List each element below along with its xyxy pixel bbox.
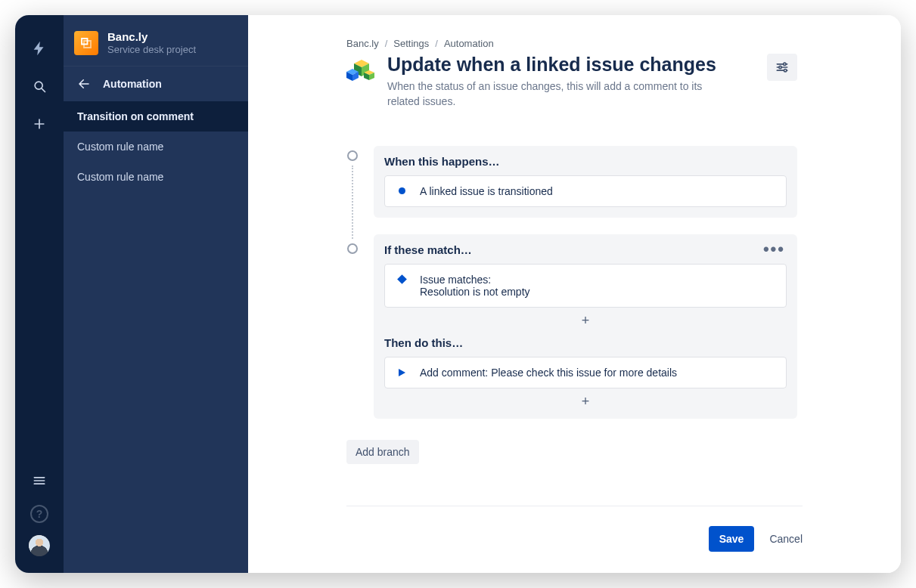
- project-type: Service desk project: [107, 44, 196, 55]
- trigger-text: A linked issue is transitioned: [420, 185, 553, 197]
- trigger-marker-icon: [399, 187, 405, 194]
- add-branch-label: Add branch: [356, 446, 410, 458]
- global-sidebar: ?: [15, 15, 64, 573]
- action-text: Add comment: Please check this issue for…: [420, 367, 677, 379]
- add-action-button[interactable]: +: [384, 388, 787, 408]
- svg-point-11: [784, 63, 786, 65]
- back-to-automation[interactable]: Automation: [64, 66, 248, 101]
- sliders-icon: [775, 60, 790, 75]
- rule-builder: When this happens… A linked issue is tra…: [346, 146, 797, 464]
- trigger-heading: When this happens…: [384, 155, 500, 168]
- rule-item-0[interactable]: Transition on comment: [64, 101, 248, 132]
- crumb-settings[interactable]: Settings: [393, 38, 429, 49]
- timeline-node: [347, 243, 358, 254]
- global-create[interactable]: [26, 110, 53, 138]
- condition-block: If these match… ••• Issue matches: Resol…: [374, 234, 797, 419]
- trigger-card[interactable]: A linked issue is transitioned: [384, 175, 787, 207]
- app-logo[interactable]: [26, 35, 53, 62]
- page-header: Update when a linked issue changes When …: [346, 54, 797, 110]
- rule-label: Transition on comment: [77, 110, 194, 122]
- project-header: Banc.ly Service desk project: [64, 15, 248, 66]
- project-name: Banc.ly: [107, 30, 196, 43]
- footer-actions: Save Cancel: [346, 506, 803, 552]
- timeline-node: [347, 150, 358, 161]
- lightning-icon: [31, 40, 48, 57]
- crumb-automation[interactable]: Automation: [444, 38, 494, 49]
- action-card[interactable]: Add comment: Please check this issue for…: [384, 357, 787, 388]
- condition-heading: If these match…: [384, 243, 472, 256]
- project-sidebar: Banc.ly Service desk project Automation …: [64, 15, 248, 573]
- svg-point-0: [35, 82, 42, 89]
- condition-line1: Issue matches:: [420, 274, 530, 286]
- crumb-project[interactable]: Banc.ly: [346, 38, 379, 49]
- arrow-left-icon: [77, 77, 91, 91]
- back-label: Automation: [103, 78, 162, 90]
- rule-settings-button[interactable]: [767, 54, 797, 81]
- rule-icon: [346, 55, 377, 85]
- crumb-sep: /: [433, 38, 439, 49]
- help-glyph: ?: [36, 508, 43, 520]
- cancel-label: Cancel: [769, 533, 803, 545]
- save-button[interactable]: Save: [709, 526, 755, 552]
- breadcrumb: Banc.ly / Settings / Automation: [346, 38, 797, 49]
- cancel-button[interactable]: Cancel: [769, 533, 803, 545]
- rule-label: Custom rule name: [77, 141, 163, 153]
- global-menu[interactable]: [26, 467, 53, 494]
- plus-icon: [32, 116, 47, 132]
- rule-item-2[interactable]: Custom rule name: [64, 162, 248, 192]
- add-condition-button[interactable]: +: [384, 308, 787, 327]
- menu-icon: [32, 473, 47, 488]
- project-logo: [74, 31, 98, 55]
- search-icon: [32, 79, 47, 94]
- trigger-block: When this happens… A linked issue is tra…: [374, 146, 797, 218]
- timeline: [346, 146, 359, 419]
- global-search[interactable]: [26, 73, 53, 100]
- save-label: Save: [719, 533, 744, 545]
- global-help[interactable]: ?: [30, 505, 48, 523]
- timeline-connector: [352, 166, 353, 239]
- action-marker-icon: [399, 369, 405, 376]
- svg-point-12: [779, 66, 781, 68]
- condition-line2: Resolution is not empty: [420, 286, 530, 298]
- rule-label: Custom rule name: [77, 171, 163, 183]
- svg-line-1: [42, 88, 45, 91]
- condition-card[interactable]: Issue matches: Resolution is not empty: [384, 264, 787, 308]
- action-heading: Then do this…: [384, 336, 463, 349]
- app-frame: ? Banc.ly Service desk project Automatio…: [15, 15, 901, 573]
- crumb-sep: /: [383, 38, 390, 49]
- condition-marker-icon: [397, 274, 407, 284]
- add-branch-button[interactable]: Add branch: [346, 440, 419, 464]
- main-content: Banc.ly / Settings / Automation: [248, 15, 901, 573]
- rule-item-1[interactable]: Custom rule name: [64, 132, 248, 162]
- user-avatar[interactable]: [29, 535, 50, 556]
- svg-point-13: [784, 70, 787, 72]
- page-title: Update when a linked issue changes: [387, 54, 756, 76]
- page-description: When the status of an issue changes, thi…: [387, 79, 705, 110]
